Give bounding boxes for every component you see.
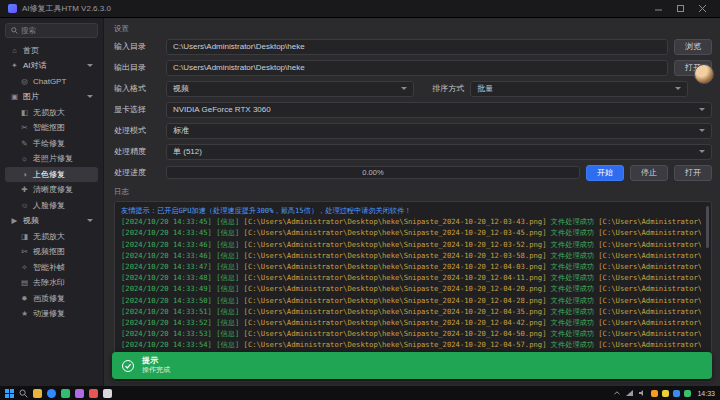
tray-icon-blue[interactable] (673, 390, 680, 397)
sidebar-item-image-upscale[interactable]: ◧ 无损放大 (5, 105, 98, 120)
sidebar-item-anime-restore[interactable]: ★ 动漫修复 (5, 307, 98, 322)
sidebar-item-colorize-restore[interactable]: ◑ 上色修复 (5, 167, 98, 182)
tray-icon-yellow[interactable] (662, 390, 669, 397)
log-time: [2024/10/20 14:33:45] [信息] (121, 217, 239, 226)
sidebar: 搜索 ⌂ 首页 ✦ AI对话 ◎ ChatGPT ▣ 图片 ◧ (0, 18, 104, 386)
sidebar-item-image-matting[interactable]: ✂ 智能抠图 (5, 121, 98, 136)
taskbar-app-icon[interactable] (103, 389, 112, 398)
log-time: [2024/10/20 14:33:50] [信息] (121, 296, 239, 305)
log-time: [2024/10/20 14:33:51] [信息] (121, 307, 239, 316)
mode-select[interactable]: 标准 (166, 123, 712, 139)
taskbar-browser-icon[interactable] (47, 389, 56, 398)
taskbar-explorer-icon[interactable] (33, 389, 42, 398)
sidebar-search-input[interactable]: 搜索 (5, 23, 98, 38)
mode-label: 处理模式 (114, 125, 160, 136)
log-output: [C:\Users\Administrator\Desktop\heke\Sni… (598, 251, 701, 260)
taskbar-app-icon[interactable] (75, 389, 84, 398)
log-scrollbar[interactable] (706, 206, 709, 248)
frame-interp-icon: ✧ (20, 263, 29, 272)
sidebar-group-video[interactable]: ▶ 视频 (5, 214, 98, 229)
user-avatar[interactable] (694, 64, 714, 84)
sidebar-group-image[interactable]: ▣ 图片 (5, 90, 98, 105)
log-line: [2024/10/20 14:33:45] [信息] [C:\Users\Adm… (121, 227, 701, 238)
sidebar-item-video-matting[interactable]: ✄ 视频抠图 (5, 245, 98, 260)
input-dir-field[interactable]: C:\Users\Administrator\Desktop\heke (166, 39, 668, 55)
log-time: [2024/10/20 14:33:53] [信息] (121, 329, 239, 338)
close-button[interactable] (692, 2, 712, 16)
start-button[interactable]: 开始 (586, 165, 624, 181)
open-button[interactable]: 打开 (674, 165, 712, 181)
chevron-down-icon (699, 150, 705, 153)
taskbar-app-icon[interactable] (61, 389, 70, 398)
log-line: [2024/10/20 14:33:46] [信息] [C:\Users\Adm… (121, 250, 701, 261)
network-icon[interactable] (625, 389, 634, 397)
video-icon: ▶ (10, 216, 19, 225)
sidebar-item-watermark-remove[interactable]: ▤ 去除水印 (5, 276, 98, 291)
sidebar-item-quality-restore[interactable]: ✸ 画质修复 (5, 291, 98, 306)
search-icon (11, 27, 18, 34)
sidebar-item-home[interactable]: ⌂ 首页 (5, 43, 98, 58)
log-time: [2024/10/20 14:33:49] [信息] (121, 284, 239, 293)
success-toast: 提示 操作完成 (112, 352, 712, 379)
sidebar-item-sketch-restore[interactable]: ✎ 手绘修复 (5, 136, 98, 151)
anime-icon: ★ (20, 309, 29, 318)
gpu-select[interactable]: NVIDIA GeForce RTX 3060 (166, 102, 712, 118)
sort-label: 排序方式 (420, 83, 464, 94)
image-icon: ▣ (10, 92, 19, 101)
log-status: 文件处理成功 (551, 251, 594, 260)
precision-select[interactable]: 单 (512) (166, 144, 712, 160)
sort-select[interactable]: 批量 (470, 81, 688, 97)
log-file: [C:\Users\Administrator\Desktop\heke\Sni… (244, 329, 547, 338)
log-section-label: 日志 (114, 187, 712, 197)
precision-label: 处理精度 (114, 146, 160, 157)
taskbar-search-icon[interactable] (19, 389, 28, 398)
tray-chevron-up-icon[interactable] (613, 389, 621, 397)
log-file: [C:\Users\Administrator\Desktop\heke\Sni… (244, 340, 547, 349)
ai-chat-icon: ✦ (10, 61, 19, 70)
log-line: [2024/10/20 14:33:50] [信息] [C:\Users\Adm… (121, 295, 701, 306)
log-output: [C:\Users\Administrator\Desktop\heke\Sni… (598, 329, 701, 338)
log-line: [2024/10/20 14:33:53] [信息] [C:\Users\Adm… (121, 328, 701, 339)
sidebar-group-ai-chat[interactable]: ✦ AI对话 (5, 59, 98, 74)
maximize-button[interactable] (670, 2, 690, 16)
log-time: [2024/10/20 14:33:48] [信息] (121, 273, 239, 282)
stop-button[interactable]: 停止 (630, 165, 668, 181)
volume-icon[interactable] (638, 389, 647, 397)
log-status: 文件处理成功 (551, 240, 594, 249)
tray-icon-orange[interactable] (651, 390, 658, 397)
sidebar-item-clarity-restore[interactable]: ✚ 清晰度修复 (5, 183, 98, 198)
sidebar-item-video-upscale[interactable]: ◨ 无损放大 (5, 229, 98, 244)
sidebar-item-face-restore[interactable]: ☺ 人脸修复 (5, 198, 98, 213)
progress-bar: 0.00% (166, 166, 580, 179)
chatgpt-icon: ◎ (20, 77, 29, 86)
browse-button[interactable]: 浏览 (674, 39, 712, 55)
format-select[interactable]: 视频 (166, 81, 414, 97)
log-status: 文件处理成功 (551, 318, 594, 327)
log-info-line: 友情提示：已开启GPU加速（处理速度提升300%，最高15倍），处理过程中请勿关… (121, 205, 701, 216)
log-time: [2024/10/20 14:33:46] [信息] (121, 251, 239, 260)
log-output: [C:\Users\Administrator\Desktop\heke\Sni… (598, 262, 701, 271)
log-line: [2024/10/20 14:33:51] [信息] [C:\Users\Adm… (121, 306, 701, 317)
clarity-icon: ✚ (20, 185, 29, 194)
minimize-button[interactable] (648, 2, 668, 16)
taskbar-app-icon[interactable] (89, 389, 98, 398)
sidebar-item-chatgpt[interactable]: ◎ ChatGPT (5, 74, 98, 89)
log-file: [C:\Users\Administrator\Desktop\heke\Sni… (244, 296, 547, 305)
start-button[interactable] (5, 389, 14, 398)
log-file: [C:\Users\Administrator\Desktop\heke\Sni… (244, 318, 547, 327)
matting-icon: ✂ (20, 123, 29, 132)
log-file: [C:\Users\Administrator\Desktop\heke\Sni… (244, 217, 547, 226)
log-time: [2024/10/20 14:33:54] [信息] (121, 340, 239, 349)
format-label: 输入格式 (114, 83, 160, 94)
sidebar-item-frame-interp[interactable]: ✧ 智能补帧 (5, 260, 98, 275)
sidebar-item-old-photo-restore[interactable]: ☼ 老照片修复 (5, 152, 98, 167)
log-file: [C:\Users\Administrator\Desktop\heke\Sni… (244, 284, 547, 293)
taskbar-clock[interactable]: 14:33 (695, 390, 715, 397)
output-dir-field[interactable]: C:\Users\Administrator\Desktop\heke (166, 60, 668, 76)
tray-icon-green[interactable] (684, 390, 691, 397)
progress-percent: 0.00% (362, 168, 383, 177)
log-output: [C:\Users\Administrator\Desktop\heke\Sni… (598, 228, 701, 237)
log-output: [C:\Users\Administrator\Desktop\heke\Sni… (598, 340, 701, 349)
log-status: 文件处理成功 (551, 273, 594, 282)
log-line: [2024/10/20 14:33:52] [信息] [C:\Users\Adm… (121, 317, 701, 328)
